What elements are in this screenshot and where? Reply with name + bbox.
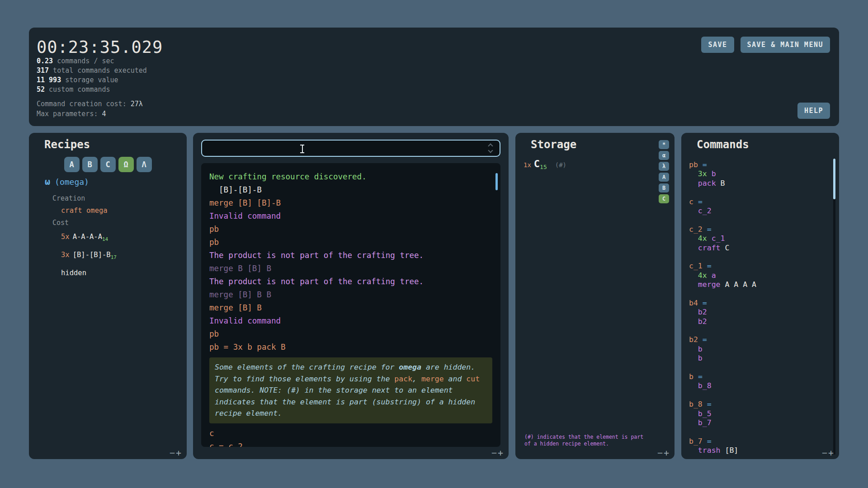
item-element: C [534,158,540,169]
save-button[interactable]: SAVE [701,37,734,53]
terminal-line: [B]-[B]-B [209,183,492,197]
text-segment: pack [394,375,412,383]
command-line: 4x a [689,271,827,280]
cost-row: hidden [29,265,187,281]
text-segment: b2 [689,335,703,344]
recipes-filter-Ω[interactable]: Ω [118,157,134,172]
terminal-line: pb [209,223,492,236]
text-segment: b_7 [689,437,707,446]
text-segment: merge [689,280,725,289]
text-segment: pb [209,225,219,234]
cost-qty: 5x [61,233,70,241]
zoom-out-button[interactable]: − [657,447,664,458]
commands-scrollbar-thumb[interactable] [833,159,835,199]
commands-code: pb = 3x b pack Bc = c_2c_2 = 4x c_1 craf… [689,160,827,455]
text-segment: cut [466,375,480,383]
commands-zoom-controls: −+ [822,447,835,458]
text-segment: merge [B] B B [209,290,271,299]
text-segment: = [703,299,707,307]
command-line: b = [689,372,827,381]
terminal-line: merge [B] [B]-B [209,197,492,210]
storage-filter-C[interactable]: C [659,194,669,203]
meta-list: Command creation cost: 27λMax parameters… [37,99,143,119]
zoom-in-button[interactable]: + [828,447,835,458]
storage-filter-B[interactable]: B [659,183,669,192]
terminal-line: c = c_2 [209,440,492,447]
meta-row: Command creation cost: 27λ [37,99,143,109]
storage-filter-λ[interactable]: λ [659,162,669,171]
text-segment: = [698,197,703,206]
text-segment: = [703,160,707,169]
text-segment: c [209,429,214,438]
help-button[interactable]: HELP [797,103,830,119]
command-input[interactable] [207,141,478,155]
terminal-line: Invalid command [209,210,492,223]
text-segment: c [689,197,698,206]
commands-title: Commands [697,138,749,151]
text-segment: pack [689,179,721,188]
recipes-filter-C[interactable]: C [100,157,116,172]
command-line: b2 [689,308,827,317]
text-segment: Invalid command [209,211,281,221]
zoom-in-button[interactable]: + [176,447,182,458]
command-line [689,363,827,372]
recipes-filter-Λ[interactable]: Λ [137,157,152,172]
save-main-menu-button[interactable]: SAVE & MAIN MENU [741,37,830,53]
command-line: b [689,354,827,363]
storage-item: 1xC15(#) [524,157,566,174]
cost-row: 3x[B]-[B]-B17 [29,247,187,265]
command-line: c = [689,197,827,206]
header-panel: 00:23:35.029 0.23 commands / sec317 tota… [29,28,839,126]
text-segment: The product is not part of the crafting … [209,277,424,286]
creation-command: craft omega [29,205,187,217]
text-segment: = [698,372,703,381]
text-segment: merge [B] [B]-B [209,198,281,207]
text-segment: b_8 [689,400,707,408]
combobox-chevrons-icon[interactable] [489,144,493,152]
terminal-panel: New crafting resource discovered. [B]-[B… [193,133,509,459]
storage-filter-α[interactable]: α [659,151,669,160]
command-line [689,391,827,400]
text-segment: pb [209,329,219,338]
recipes-filter-B[interactable]: B [82,157,98,172]
text-segment: b2 [689,317,707,326]
command-line: craft C [689,244,827,253]
text-segment: merge [B] B [209,303,262,312]
recipes-panel: Recipes ABCΩΛ ω(omega) Creation craft om… [29,133,187,459]
storage-filter-*[interactable]: * [659,140,669,149]
text-segment: c_1 [712,234,725,243]
terminal-line: merge [B] B B [209,288,492,301]
command-input-wrap [201,140,500,157]
recipes-filter-A[interactable]: A [64,157,80,172]
command-line: b_7 = [689,437,827,446]
command-line: trash [B] [689,446,827,455]
terminal-line: c [209,427,492,440]
storage-panel: Storage *αλABC 1xC15(#) (#) indicates th… [515,133,675,459]
text-segment: C [725,244,729,252]
zoom-out-button[interactable]: − [170,447,176,458]
terminal-line: The product is not part of the crafting … [209,275,492,288]
zoom-in-button[interactable]: + [498,447,504,458]
terminal-line: New crafting resource discovered. [209,170,492,183]
recipe-name: ω(omega) [29,176,187,187]
zoom-in-button[interactable]: + [664,447,670,458]
commands-scrollbar-track[interactable] [833,159,835,455]
text-segment: c_2 [689,206,712,215]
text-segment: New crafting resource discovered. [209,172,367,181]
stat-value: 0.23 [37,57,53,65]
text-segment: = [707,400,712,408]
storage-filter-A[interactable]: A [659,173,669,182]
command-line: b_5 [689,409,827,418]
command-line: merge A A A A [689,280,827,289]
text-segment: merge [421,375,444,383]
text-segment: omega [399,363,421,371]
zoom-out-button[interactable]: − [491,447,498,458]
terminal-line: merge [B] B [209,301,492,314]
stats-list: 0.23 commands / sec317 total commands ex… [37,56,147,94]
command-line: 4x c_1 [689,234,827,243]
command-line: pb = [689,160,827,169]
terminal-scrollbar-thumb[interactable] [495,173,498,190]
cost-qty: 3x [61,251,70,259]
zoom-out-button[interactable]: − [822,447,828,458]
stat-row: 11 993 storage value [37,75,147,85]
